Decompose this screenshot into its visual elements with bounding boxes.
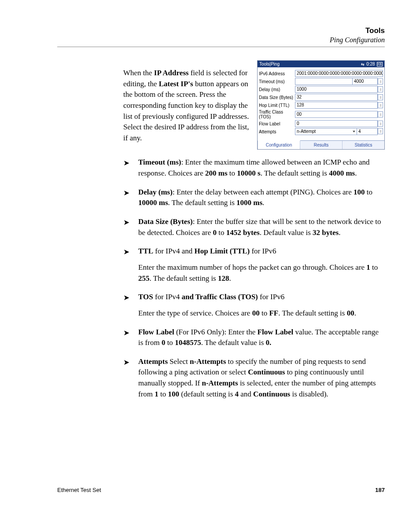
bullet-flow: Flow Label (For IPv6 Only): Enter the Fl… <box>123 327 385 349</box>
tos-field[interactable]: 00 <box>295 111 378 118</box>
chapter-title: Tools <box>57 26 385 35</box>
datasize-field[interactable]: 32 <box>295 94 378 101</box>
tab-results[interactable]: Results <box>300 141 343 149</box>
attempts-mode-select[interactable]: n-Attempt <box>295 128 357 135</box>
drag-handle-icon[interactable] <box>378 86 383 92</box>
hoplimit-label: Hop Limit (TTL) <box>259 103 295 108</box>
bullet-delay: Delay (ms): Enter the delay between each… <box>123 187 385 209</box>
attempts-label: Attempts <box>259 129 295 134</box>
bullet-attempts: Attempts Select n-Attempts to specify th… <box>123 356 385 400</box>
drag-handle-icon[interactable] <box>378 94 383 100</box>
tab-statistics[interactable]: Statistics <box>343 141 384 149</box>
drag-handle-icon[interactable] <box>378 128 383 134</box>
delay-field[interactable]: 1000 <box>295 86 378 93</box>
timeout-field[interactable]: 4000 <box>352 78 378 85</box>
ping-config-screenshot: Tools|Ping ⇆ 0:28 KB IPv6 Address 2001:0… <box>257 60 385 150</box>
flow-label: Flow Label <box>259 121 295 126</box>
screenshot-time: 0:28 <box>366 62 375 66</box>
flow-field[interactable]: 0 <box>295 120 378 127</box>
drag-handle-icon[interactable] <box>378 102 383 108</box>
section-title: Ping Configuration <box>57 36 385 44</box>
tos-label: Traffic Class (TOS) <box>259 110 295 119</box>
drag-handle-icon[interactable] <box>378 78 383 84</box>
network-icon: ⇆ <box>361 62 365 66</box>
bullet-tos: TOS for IPv4 and Traffic Class (TOS) for… <box>123 292 385 319</box>
delay-label: Delay (ms) <box>259 87 295 92</box>
page-header: Tools Ping Configuration <box>57 26 385 47</box>
bullet-datasize: Data Size (Bytes): Enter the buffer size… <box>123 216 385 238</box>
drag-handle-icon[interactable] <box>378 121 383 127</box>
timeout-label: Timeout (ms) <box>259 79 295 84</box>
ipv6-label: IPv6 Address <box>259 71 295 76</box>
drag-handle-icon[interactable] <box>378 111 383 117</box>
footer-page-number: 187 <box>375 487 385 493</box>
bullet-timeout: Timeout (ms): Enter the maximum time all… <box>123 157 385 179</box>
page-footer: Ethernet Test Set 187 <box>57 487 385 493</box>
screenshot-titlebar: Tools|Ping ⇆ 0:28 KB <box>258 61 384 67</box>
footer-product: Ethernet Test Set <box>57 487 101 493</box>
timeout-slider[interactable] <box>295 78 352 85</box>
ipv6-field[interactable]: 2001:0000:0000:0000:0000:0000:0000:0000 <box>295 70 383 77</box>
bullet-ttl: TTL for IPv4 and Hop Limit (TTL) for IPv… <box>123 246 385 284</box>
attempts-value-field[interactable]: 4 <box>357 128 378 135</box>
hoplimit-field[interactable]: 128 <box>295 102 378 109</box>
keyboard-icon: KB <box>377 62 383 66</box>
tab-configuration[interactable]: Configuration <box>258 140 300 149</box>
datasize-label: Data Size (Bytes) <box>259 95 295 100</box>
screenshot-title: Tools|Ping <box>259 62 280 66</box>
chevron-down-icon <box>353 131 355 132</box>
